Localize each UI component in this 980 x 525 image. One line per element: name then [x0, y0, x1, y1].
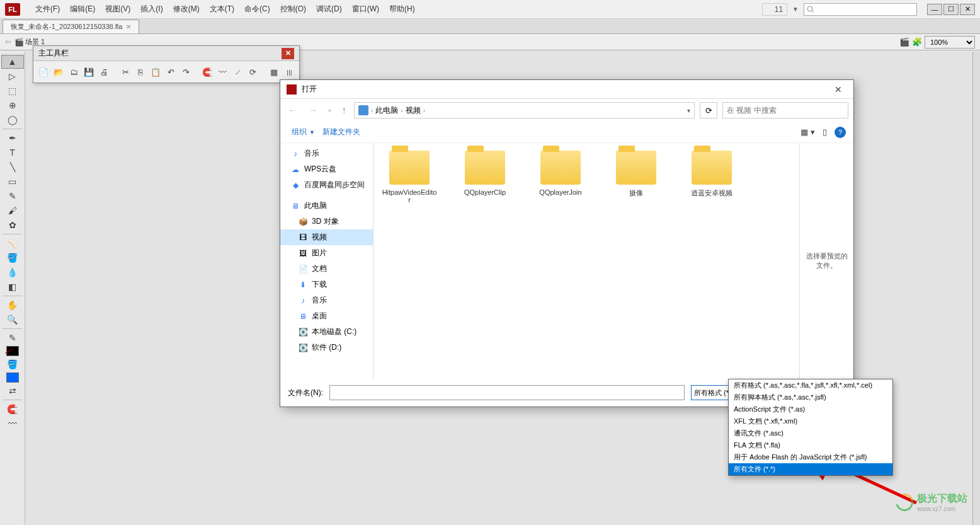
vertical-scrollbar[interactable] [972, 52, 980, 525]
menu-file[interactable]: 文件(F) [30, 1, 65, 17]
pencil-tool[interactable]: ✎ [1, 189, 24, 203]
zoom-select[interactable]: 100% [925, 36, 975, 49]
sidebar-item-pictures[interactable]: 🖼图片 [280, 245, 373, 261]
menu-view[interactable]: 视图(V) [100, 1, 135, 17]
print-icon[interactable]: 🖨 [98, 65, 110, 79]
nav-forward-icon[interactable]: → [305, 102, 321, 118]
new-folder-button[interactable]: 新建文件夹 [319, 124, 364, 140]
copy-icon[interactable]: ⎘ [134, 65, 147, 79]
sidebar-item-baidu[interactable]: ◆百度网盘同步空间 [280, 177, 373, 193]
window-close-button[interactable]: ✕ [960, 4, 975, 15]
filetype-option[interactable]: XFL 文档 (*.xfl,*.xml) [729, 415, 892, 427]
breadcrumb-dropdown-icon[interactable]: ▾ [687, 107, 690, 114]
smooth-option-icon[interactable]: 〰 [216, 65, 229, 79]
breadcrumb[interactable]: › 此电脑 › 视频 › ▾ [354, 102, 695, 118]
edit-symbols-icon[interactable]: 🧩 [912, 37, 922, 47]
menu-help[interactable]: 帮助(H) [384, 1, 420, 17]
distribute-icon[interactable]: ⫼ [283, 65, 295, 79]
line-tool[interactable]: ╲ [1, 160, 24, 174]
window-maximize-button[interactable]: ☐ [943, 4, 959, 15]
nav-back-icon[interactable]: ← [285, 102, 300, 118]
folder-item[interactable]: QQplayerJoin [532, 151, 589, 204]
breadcrumb-root[interactable]: 此电脑 [375, 105, 398, 116]
menu-debug[interactable]: 调试(D) [311, 1, 347, 17]
document-tab[interactable]: 恢复_未命名-1_20230612150338.fla ✕ [3, 20, 139, 33]
menu-window[interactable]: 窗口(W) [347, 1, 384, 17]
refresh-button[interactable]: ⟳ [700, 102, 717, 118]
rotate-icon[interactable]: ⟳ [246, 65, 259, 79]
breadcrumb-current[interactable]: 视频 [406, 105, 421, 116]
folder-item[interactable]: 逍遥安卓视频 [683, 151, 740, 204]
swap-colors-icon[interactable]: ⇄ [1, 384, 24, 398]
deco-tool[interactable]: ✿ [1, 218, 24, 232]
main-toolbar-panel[interactable]: 主工具栏 ✕ 📄 📂 🗂 💾 🖨 ✂ ⎘ 📋 ↶ ↷ 🧲 〰 ⟋ ⟳ ▦ ⫼ [33, 45, 300, 83]
view-mode-button[interactable]: ▦ ▾ [801, 127, 815, 137]
layout-number[interactable]: 11 [762, 3, 787, 16]
folder-item[interactable]: 摄像 [608, 151, 664, 204]
organize-button[interactable]: 组织 ▼ [288, 124, 319, 140]
snap-to-objects-icon[interactable]: 🧲 [1, 402, 24, 416]
stroke-color-swatch[interactable] [6, 346, 19, 356]
menu-edit[interactable]: 编辑(E) [65, 1, 100, 17]
filetype-option[interactable]: 通讯文件 (*.asc) [729, 427, 892, 439]
filename-input[interactable] [329, 385, 685, 400]
paint-bucket-tool[interactable]: 🪣 [1, 251, 24, 265]
smooth-icon[interactable]: 〰 [1, 417, 24, 430]
sidebar-item-drive-d[interactable]: 💽软件 (D:) [280, 340, 373, 355]
window-minimize-button[interactable]: — [927, 4, 942, 15]
help-search-input[interactable] [804, 3, 917, 16]
sidebar-item-wps[interactable]: ☁WPS云盘 [280, 161, 373, 177]
sidebar-item-3dobjects[interactable]: 📦3D 对象 [280, 214, 373, 229]
sidebar-item-documents[interactable]: 📄文档 [280, 261, 373, 277]
3d-rotation-tool[interactable]: ⊕ [1, 98, 24, 112]
hand-tool[interactable]: ✋ [1, 298, 24, 312]
edit-scene-icon[interactable]: 🎬 [899, 37, 909, 47]
tab-close-icon[interactable]: ✕ [126, 23, 131, 30]
filetype-option[interactable]: 所有脚本格式 (*.as,*.asc,*.jsfl) [729, 391, 892, 403]
open-file-icon[interactable]: 📂 [52, 65, 65, 79]
rectangle-tool[interactable]: ▭ [1, 175, 24, 188]
subselection-tool[interactable]: ▷ [1, 69, 24, 83]
eyedropper-tool[interactable]: 💧 [1, 265, 24, 279]
sidebar-item-thispc[interactable]: 🖥此电脑 [280, 198, 373, 214]
menu-command[interactable]: 命令(C) [239, 1, 275, 17]
zoom-tool[interactable]: 🔍 [1, 313, 24, 326]
folder-item[interactable]: QQplayerClip [457, 151, 513, 204]
dialog-close-button[interactable]: ✕ [829, 83, 847, 96]
menu-insert[interactable]: 插入(I) [135, 1, 168, 17]
preview-pane-button[interactable]: ▯ [823, 127, 827, 137]
scene-back-icon[interactable]: ⇦ [5, 38, 11, 46]
paste-icon[interactable]: 📋 [149, 65, 162, 79]
sidebar-item-drive-c[interactable]: 💽本地磁盘 (C:) [280, 324, 373, 340]
filetype-option[interactable]: 用于 Adobe Flash 的 JavaScript 文件 (*.jsfl) [729, 451, 892, 463]
menu-text[interactable]: 文本(T) [205, 1, 239, 17]
folder-item[interactable]: HitpawVideoEditor [381, 151, 438, 204]
eraser-tool[interactable]: ◧ [1, 280, 24, 294]
redo-icon[interactable]: ↷ [179, 65, 192, 79]
fill-color-swatch[interactable] [6, 372, 19, 383]
free-transform-tool[interactable]: ⬚ [1, 84, 24, 98]
fill-color-picker[interactable]: 🪣 [1, 357, 24, 371]
sidebar-item-videos[interactable]: 🎞视频 [280, 229, 373, 245]
dialog-titlebar[interactable]: 打开 ✕ [280, 80, 853, 99]
brush-tool[interactable]: 🖌 [1, 204, 24, 217]
layout-dropdown-icon[interactable]: ▼ [792, 6, 799, 13]
cut-icon[interactable]: ✂ [119, 65, 132, 79]
sidebar-item-desktop[interactable]: 🖥桌面 [280, 308, 373, 324]
new-file-icon[interactable]: 📄 [37, 65, 50, 79]
dialog-search-input[interactable] [722, 102, 848, 118]
straighten-icon[interactable]: ⟋ [231, 65, 244, 79]
pen-tool[interactable]: ✒ [1, 131, 24, 145]
nav-up-icon[interactable]: ↑ [339, 102, 349, 118]
sidebar-item-music2[interactable]: ♪音乐 [280, 292, 373, 308]
menu-control[interactable]: 控制(O) [275, 1, 311, 17]
filetype-option-all[interactable]: 所有文件 (*.*) [729, 463, 892, 475]
align-icon[interactable]: ▦ [268, 65, 280, 79]
save-icon[interactable]: 💾 [83, 65, 95, 79]
lasso-tool[interactable]: ◯ [1, 113, 24, 127]
panel-close-button[interactable]: ✕ [282, 48, 294, 59]
sidebar-item-music[interactable]: ♪音乐 [280, 146, 373, 161]
bone-tool[interactable]: 🦴 [1, 236, 24, 250]
stroke-color-picker[interactable]: ✎ [1, 331, 24, 345]
filetype-option[interactable]: 所有格式 (*.as,*.asc,*.fla,*.jsfl,*.xfl,*.xm… [729, 379, 892, 391]
